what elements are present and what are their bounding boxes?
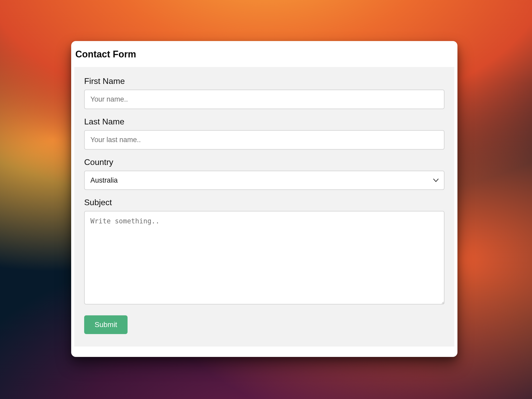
form-body: First Name Last Name Country Australia S bbox=[74, 67, 454, 347]
country-label: Country bbox=[84, 157, 444, 167]
last-name-field: Last Name bbox=[84, 117, 444, 150]
subject-label: Subject bbox=[84, 198, 444, 207]
contact-form-card: Contact Form First Name Last Name Countr… bbox=[71, 41, 457, 357]
country-field: Country Australia bbox=[84, 157, 444, 190]
last-name-label: Last Name bbox=[84, 117, 444, 127]
country-select-wrap: Australia bbox=[84, 171, 444, 190]
first-name-label: First Name bbox=[84, 76, 444, 86]
country-select[interactable]: Australia bbox=[84, 171, 444, 190]
form-title: Contact Form bbox=[74, 44, 454, 67]
first-name-input[interactable] bbox=[84, 90, 444, 109]
first-name-field: First Name bbox=[84, 76, 444, 109]
last-name-input[interactable] bbox=[84, 130, 444, 150]
subject-field: Subject bbox=[84, 198, 444, 305]
subject-textarea[interactable] bbox=[84, 211, 444, 304]
submit-button[interactable]: Submit bbox=[84, 315, 128, 334]
